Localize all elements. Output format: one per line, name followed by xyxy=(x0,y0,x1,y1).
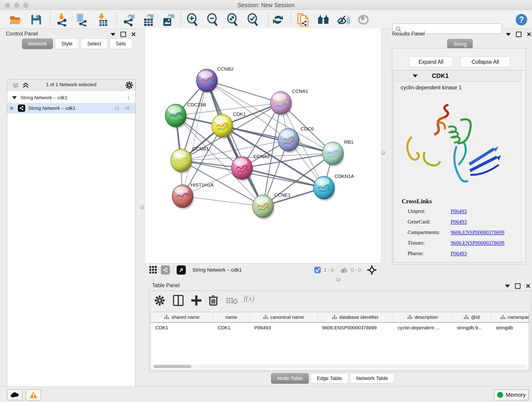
network-node[interactable]: CDC25B xyxy=(165,102,206,128)
panel-menu-icon[interactable] xyxy=(506,33,511,36)
memory-button[interactable]: Memory xyxy=(494,389,529,400)
export-image-button[interactable] xyxy=(162,13,175,26)
table-options-gear-icon[interactable] xyxy=(155,295,165,306)
scrollbar-thumb[interactable] xyxy=(153,365,191,368)
network-collection-row[interactable]: String Network – cdk1 1 xyxy=(7,92,135,103)
results-scrollbar[interactable] xyxy=(521,70,525,262)
zoom-in-button[interactable] xyxy=(186,13,198,26)
network-node[interactable]: CCNA2 xyxy=(231,154,270,181)
crosslink-pharos-link[interactable]: P06493 xyxy=(451,250,467,256)
open-in-window-icon[interactable] xyxy=(177,265,186,274)
tab-node-table[interactable]: Node Table xyxy=(271,373,309,384)
cloud-status-button[interactable] xyxy=(7,389,22,400)
network-node[interactable]: CCNB2 xyxy=(196,66,234,94)
crosslink-uniprot-link[interactable]: P06493 xyxy=(451,208,467,214)
export-table-button[interactable] xyxy=(142,13,155,26)
gene-expander-icon[interactable] xyxy=(413,75,418,77)
hide-glass-button[interactable] xyxy=(337,13,350,26)
open-session-button[interactable] xyxy=(9,13,22,26)
right-splitter-handle[interactable] xyxy=(381,151,385,155)
crosslink-tissues-link[interactable]: 9606.ENSP00000378699 xyxy=(451,240,505,246)
add-column-icon[interactable] xyxy=(191,295,202,306)
warnings-button[interactable] xyxy=(26,389,41,400)
zoom-selected-button[interactable] xyxy=(246,13,259,26)
tab-network[interactable]: Network xyxy=(22,38,53,49)
selected-checkbox-icon[interactable] xyxy=(314,267,321,274)
bottom-splitter-handle[interactable] xyxy=(336,277,341,282)
panel-menu-icon[interactable] xyxy=(505,285,510,288)
string-home-button[interactable] xyxy=(317,13,330,26)
network-options-gear-icon[interactable] xyxy=(125,81,133,89)
column-header[interactable]: database identifier xyxy=(317,312,393,322)
delete-column-icon[interactable] xyxy=(208,294,218,306)
network-view[interactable]: CCNB2 CCNA1 CDC25B CDK1 xyxy=(145,28,381,276)
table-horizontal-scrollbar[interactable] xyxy=(152,364,527,369)
panel-float-icon[interactable] xyxy=(516,32,521,37)
column-header[interactable]: name xyxy=(213,312,250,322)
gene-section-header[interactable]: CDK1 xyxy=(393,70,523,82)
network-row[interactable]: String Network – cdk1 11 48 xyxy=(7,103,135,114)
refresh-icon xyxy=(272,14,284,26)
grid-view-icon[interactable] xyxy=(149,266,157,274)
collapse-all-button[interactable]: Collapse All xyxy=(461,57,510,67)
crosslink-genecard-link[interactable]: P06493 xyxy=(451,219,467,225)
network-node[interactable]: HIST1H1A xyxy=(172,182,214,209)
column-header[interactable]: @id xyxy=(452,312,491,322)
column-header[interactable]: shared name xyxy=(151,312,213,322)
panel-close-icon[interactable]: ✕ xyxy=(526,284,531,288)
export-network-button[interactable] xyxy=(122,13,135,26)
tab-style[interactable]: Style xyxy=(55,38,79,49)
tab-edge-table[interactable]: Edge Table xyxy=(311,373,348,384)
help-button[interactable]: ? xyxy=(515,13,528,26)
clone-network-button[interactable] xyxy=(297,13,309,26)
show-glass-button[interactable] xyxy=(357,13,370,26)
tab-sets[interactable]: Sets xyxy=(110,38,132,49)
network-canvas[interactable]: CCNB2 CCNA1 CDC25B CDK1 xyxy=(145,28,381,263)
cell-description[interactable]: cyclin-dependent ... xyxy=(393,323,452,333)
import-table-button[interactable] xyxy=(96,13,109,26)
panel-menu-icon[interactable] xyxy=(110,33,115,36)
import-network-button[interactable] xyxy=(56,13,68,26)
cell-database-identifier[interactable]: 9606.ENSP00000378699 xyxy=(317,323,393,333)
node-label: CCNA1 xyxy=(292,89,308,94)
status-bar: Memory xyxy=(0,386,532,402)
table-row[interactable]: CDK1 CDK1 P06493 9606.ENSP00000378699 cy… xyxy=(151,323,529,333)
toolbar-separator xyxy=(116,12,117,26)
network-node[interactable]: CDKN1A xyxy=(313,173,354,201)
panel-close-icon[interactable]: ✕ xyxy=(526,32,532,36)
zoom-fit-button[interactable] xyxy=(226,13,239,26)
save-session-button[interactable] xyxy=(30,13,43,26)
network-node[interactable]: RB1 xyxy=(322,139,354,166)
tab-network-table[interactable]: Network Table xyxy=(350,373,394,384)
zoom-out-button[interactable] xyxy=(206,13,219,26)
show-columns-icon[interactable] xyxy=(173,295,184,306)
tab-select[interactable]: Select xyxy=(81,38,108,49)
column-header[interactable]: canonical name xyxy=(250,312,317,322)
cell-shared-name[interactable]: CDK1 xyxy=(151,323,213,333)
node-label: CDC25B xyxy=(187,102,206,107)
left-splitter-handle[interactable] xyxy=(140,205,144,210)
column-header[interactable]: description xyxy=(393,312,452,322)
network-node[interactable]: CCNE1 xyxy=(253,192,291,219)
network-node[interactable]: CCNA1 xyxy=(270,89,308,116)
column-header[interactable]: namespace xyxy=(491,312,529,322)
panel-float-icon[interactable] xyxy=(515,283,520,289)
column-type-icon xyxy=(500,315,505,319)
crosslink-compartments-link[interactable]: 9606.ENSP00000378699 xyxy=(451,230,505,235)
fit-selected-crosshair-icon[interactable] xyxy=(367,265,377,275)
cell-canonical-name[interactable]: P06493 xyxy=(250,323,317,333)
column-type-icon xyxy=(407,315,412,319)
network-node[interactable]: CDK1 xyxy=(212,111,246,139)
collection-expander-icon[interactable] xyxy=(12,96,17,99)
import-network-from-database-button[interactable] xyxy=(75,13,88,26)
network-selection-status: 1 of 1 Network selected xyxy=(7,82,135,87)
apply-layout-button[interactable] xyxy=(272,13,284,26)
memory-status-icon xyxy=(497,392,503,398)
panel-close-icon[interactable]: ✕ xyxy=(131,32,136,36)
cell-name[interactable]: CDK1 xyxy=(213,323,250,333)
network-birdseye-icon[interactable] xyxy=(161,265,170,274)
cell-id[interactable]: stringdb:9... xyxy=(452,323,491,333)
cell-namespace[interactable]: stringdb xyxy=(491,323,529,333)
expand-all-button[interactable]: Expand All xyxy=(409,57,453,67)
panel-float-icon[interactable] xyxy=(120,32,126,37)
